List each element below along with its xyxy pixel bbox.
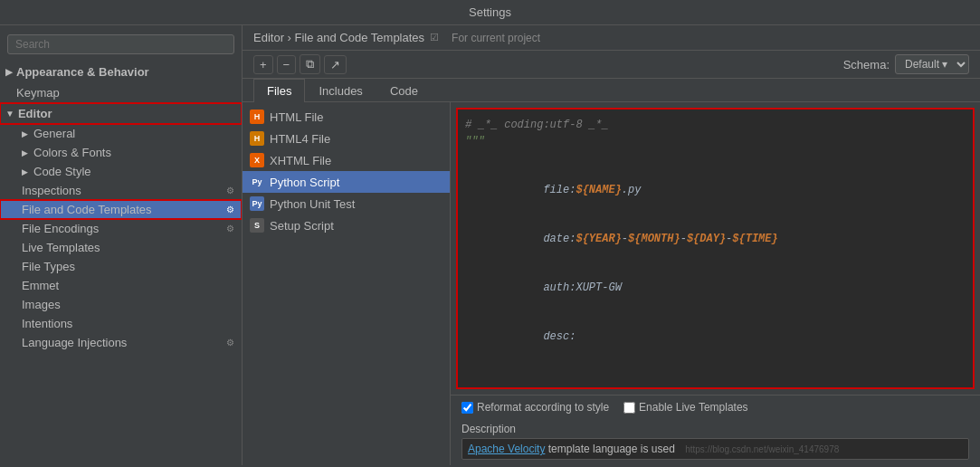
main-split: H HTML File H HTML4 File X XHTML File Py…: [243, 102, 980, 465]
file-list: H HTML File H HTML4 File X XHTML File Py…: [243, 102, 451, 465]
description-rest: template language is used: [545, 443, 674, 455]
code-line-7: desc:: [465, 312, 966, 361]
sidebar-item-inspections[interactable]: Inspections ⚙: [0, 181, 242, 200]
py-file-icon: Py: [250, 175, 264, 189]
schema-label: Schema:: [843, 58, 890, 71]
description-label: Description: [461, 423, 969, 435]
settings-icon: ⚙: [226, 338, 234, 348]
code-editor-area: # _*_ coding:utf-8 _*_ """ file:${NAME}.…: [451, 102, 980, 465]
sidebar-item-label: Language Injections: [22, 336, 127, 349]
sidebar-item-intentions[interactable]: Intentions: [0, 314, 242, 333]
file-item-xhtml[interactable]: X XHTML File: [243, 149, 450, 171]
sidebar: ▶ Appearance & Behavior Keymap ▼ Editor …: [0, 25, 243, 465]
reformat-label: Reformat according to style: [477, 401, 609, 414]
file-item-label: Setup Script: [270, 219, 334, 233]
sidebar-item-file-types[interactable]: File Types: [0, 257, 242, 276]
file-item-label: HTML File: [270, 110, 323, 124]
arrow-icon: ▶: [22, 129, 28, 138]
sidebar-item-label: Colors & Fonts: [33, 146, 111, 159]
sidebar-item-images[interactable]: Images: [0, 295, 242, 314]
settings-icon: ⚙: [226, 205, 234, 214]
arrow-icon: ▶: [5, 67, 13, 77]
sidebar-item-editor[interactable]: ▼ Editor: [0, 103, 242, 124]
file-item-label: HTML4 File: [270, 132, 330, 146]
sidebar-item-keymap[interactable]: Keymap: [0, 82, 242, 103]
sidebar-item-label: Images: [22, 298, 61, 311]
code-line-9: [465, 377, 966, 389]
schema-select[interactable]: Default ▾: [895, 54, 969, 74]
window-title: Settings: [469, 5, 511, 19]
file-item-label: XHTML File: [270, 154, 331, 167]
live-templates-label: Enable Live Templates: [639, 401, 748, 414]
description-text: Apache Velocity template language is use…: [461, 438, 969, 460]
code-line-1: # _*_ coding:utf-8 _*_: [465, 117, 966, 133]
code-line-4: file:${NAME}.py: [465, 166, 966, 214]
tab-includes[interactable]: Includes: [305, 79, 376, 102]
sidebar-item-file-and-code-templates[interactable]: File and Code Templates ⚙: [0, 200, 242, 219]
move-button[interactable]: ↗: [324, 55, 347, 74]
breadcrumb-path: Editor › File and Code Templates: [253, 31, 424, 44]
content-area: Editor › File and Code Templates ☑ For c…: [243, 25, 980, 465]
sidebar-item-label: File and Code Templates: [22, 203, 152, 216]
arrow-icon: ▶: [22, 148, 28, 157]
sidebar-item-label: File Encodings: [22, 222, 99, 235]
sidebar-item-file-encodings[interactable]: File Encodings ⚙: [0, 219, 242, 238]
code-line-3: [465, 149, 966, 166]
arrow-icon: ▶: [22, 167, 28, 176]
file-item-setup-script[interactable]: S Setup Script: [243, 214, 450, 236]
arrow-icon: ▼: [5, 109, 14, 119]
live-templates-checkbox-label[interactable]: Enable Live Templates: [623, 401, 748, 414]
reformat-checkbox-label[interactable]: Reformat according to style: [461, 401, 609, 414]
add-button[interactable]: +: [253, 55, 273, 74]
tab-code[interactable]: Code: [376, 79, 432, 102]
breadcrumb: Editor › File and Code Templates ☑ For c…: [243, 25, 980, 51]
apache-velocity-link[interactable]: Apache Velocity: [468, 443, 545, 455]
code-line-2: """: [465, 133, 966, 149]
code-editor[interactable]: # _*_ coding:utf-8 _*_ """ file:${NAME}.…: [456, 108, 975, 389]
file-item-label: Python Script: [270, 176, 339, 189]
copy-button[interactable]: ⧉: [300, 54, 320, 74]
sidebar-item-label: Editor: [18, 107, 52, 120]
file-item-html4[interactable]: H HTML4 File: [243, 128, 450, 149]
sidebar-item-label: Code Style: [33, 165, 91, 178]
sidebar-item-label: File Types: [22, 260, 75, 273]
file-item-python-unit-test[interactable]: Py Python Unit Test: [243, 193, 450, 214]
reformat-checkbox[interactable]: [461, 402, 473, 414]
sidebar-item-colors-fonts[interactable]: ▶ Colors & Fonts: [0, 143, 242, 162]
sidebar-item-label: Keymap: [16, 86, 60, 100]
search-input[interactable]: [7, 34, 234, 54]
settings-icon: ⚙: [226, 186, 234, 195]
description-area: Description Apache Velocity template lan…: [451, 419, 980, 465]
remove-button[interactable]: −: [277, 55, 297, 74]
options-bar: Reformat according to style Enable Live …: [451, 395, 980, 419]
sidebar-item-code-style[interactable]: ▶ Code Style: [0, 162, 242, 181]
tab-files[interactable]: Files: [253, 79, 305, 102]
schema-section: Schema: Default ▾: [843, 54, 969, 74]
toolbar: + − ⧉ ↗ Schema: Default ▾: [243, 51, 980, 79]
sidebar-item-label: General: [33, 127, 75, 140]
file-item-label: Python Unit Test: [270, 197, 355, 211]
sidebar-item-general[interactable]: ▶ General: [0, 124, 242, 143]
html4-file-icon: H: [250, 131, 264, 146]
sidebar-item-language-injections[interactable]: Language Injections ⚙: [0, 333, 242, 352]
html-file-icon: H: [250, 110, 264, 124]
checkbox-icon: ☑: [430, 32, 439, 43]
py-test-icon: Py: [250, 196, 264, 211]
file-item-python-script[interactable]: Py Python Script: [243, 171, 450, 193]
sidebar-item-label: Emmet: [22, 279, 59, 292]
sidebar-item-label: Intentions: [22, 317, 72, 330]
sidebar-item-appearance[interactable]: ▶ Appearance & Behavior: [0, 62, 242, 82]
live-templates-checkbox[interactable]: [623, 402, 635, 414]
sidebar-item-emmet[interactable]: Emmet: [0, 276, 242, 295]
title-bar: Settings: [0, 0, 980, 25]
tabs-bar: Files Includes Code: [243, 79, 980, 102]
for-project-label: For current project: [452, 32, 540, 44]
sidebar-item-label: Inspections: [22, 184, 81, 197]
settings-icon: ⚙: [226, 224, 234, 234]
sidebar-item-label: Live Templates: [22, 241, 100, 254]
setup-icon: S: [250, 218, 264, 233]
file-item-html[interactable]: H HTML File: [243, 106, 450, 128]
code-line-8: [465, 361, 966, 377]
sidebar-item-label: Appearance & Behavior: [16, 65, 149, 79]
sidebar-item-live-templates[interactable]: Live Templates: [0, 238, 242, 257]
